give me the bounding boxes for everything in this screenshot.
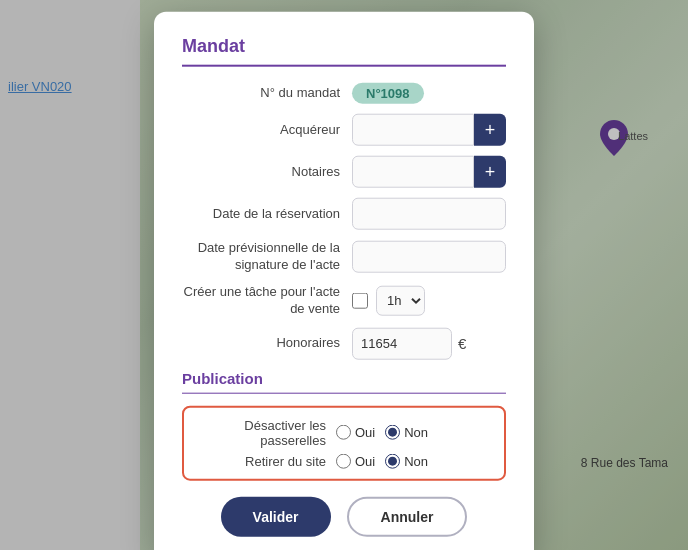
desactiver-options: Oui Non (336, 425, 428, 440)
reservation-control (352, 198, 506, 230)
tache-checkbox[interactable] (352, 292, 368, 308)
acquereur-row: Acquéreur + (182, 114, 506, 146)
acquereur-input[interactable] (352, 114, 474, 146)
honoraires-group: € (352, 327, 466, 359)
modal-footer: Valider Annuler (182, 496, 506, 536)
mandat-number-badge: N°1098 (352, 83, 424, 104)
honoraires-control: € (352, 327, 506, 359)
mandat-number-control: N°1098 (352, 83, 506, 104)
mandat-modal: Mandat N° du mandat N°1098 Acquéreur + N… (154, 12, 534, 550)
retirer-oui-label: Oui (355, 453, 375, 468)
retirer-non-label: Non (404, 453, 428, 468)
retirer-oui-option[interactable]: Oui (336, 453, 375, 468)
mandat-number-row: N° du mandat N°1098 (182, 83, 506, 104)
desactiver-non-label: Non (404, 425, 428, 440)
notaires-row: Notaires + (182, 156, 506, 188)
retirer-oui-radio[interactable] (336, 453, 351, 468)
signature-input[interactable] (352, 241, 506, 273)
notaires-add-button[interactable]: + (474, 156, 506, 188)
retirer-options: Oui Non (336, 453, 428, 468)
tache-row: Créer une tâche pour l'acte de vente 1h … (182, 283, 506, 317)
tache-task-row: 1h 2h 3h (352, 285, 425, 315)
honoraires-input[interactable] (352, 327, 452, 359)
desactiver-label: Désactiver les passerelles (196, 417, 336, 447)
reservation-input[interactable] (352, 198, 506, 230)
reservation-row: Date de la réservation (182, 198, 506, 230)
notaires-label: Notaires (182, 163, 352, 180)
tache-control: 1h 2h 3h (352, 285, 506, 315)
publication-title: Publication (182, 369, 506, 386)
desactiver-non-option[interactable]: Non (385, 425, 428, 440)
retirer-non-radio[interactable] (385, 453, 400, 468)
valider-button[interactable]: Valider (221, 496, 331, 536)
acquereur-add-button[interactable]: + (474, 114, 506, 146)
tache-label: Créer une tâche pour l'acte de vente (182, 283, 352, 317)
mandat-number-label: N° du mandat (182, 85, 352, 102)
desactiver-row: Désactiver les passerelles Oui Non (196, 417, 492, 447)
tache-select[interactable]: 1h 2h 3h (376, 285, 425, 315)
signature-label: Date prévisionnelle de la signature de l… (182, 240, 352, 274)
signature-control (352, 241, 506, 273)
desactiver-non-radio[interactable] (385, 425, 400, 440)
euro-sign: € (458, 335, 466, 352)
acquereur-control: + (352, 114, 506, 146)
notaires-input-group: + (352, 156, 506, 188)
notaires-control: + (352, 156, 506, 188)
retirer-non-option[interactable]: Non (385, 453, 428, 468)
annuler-button[interactable]: Annuler (347, 496, 468, 536)
notaires-input[interactable] (352, 156, 474, 188)
signature-row: Date prévisionnelle de la signature de l… (182, 240, 506, 274)
title-divider (182, 65, 506, 67)
acquereur-label: Acquéreur (182, 121, 352, 138)
desactiver-oui-radio[interactable] (336, 425, 351, 440)
acquereur-input-group: + (352, 114, 506, 146)
reservation-label: Date de la réservation (182, 205, 352, 222)
retirer-label: Retirer du site (196, 453, 336, 468)
honoraires-label: Honoraires (182, 335, 352, 352)
desactiver-oui-label: Oui (355, 425, 375, 440)
desactiver-oui-option[interactable]: Oui (336, 425, 375, 440)
publication-divider (182, 392, 506, 393)
retirer-row: Retirer du site Oui Non (196, 453, 492, 468)
publication-box: Désactiver les passerelles Oui Non Retir… (182, 405, 506, 480)
modal-title: Mandat (182, 36, 506, 57)
honoraires-row: Honoraires € (182, 327, 506, 359)
